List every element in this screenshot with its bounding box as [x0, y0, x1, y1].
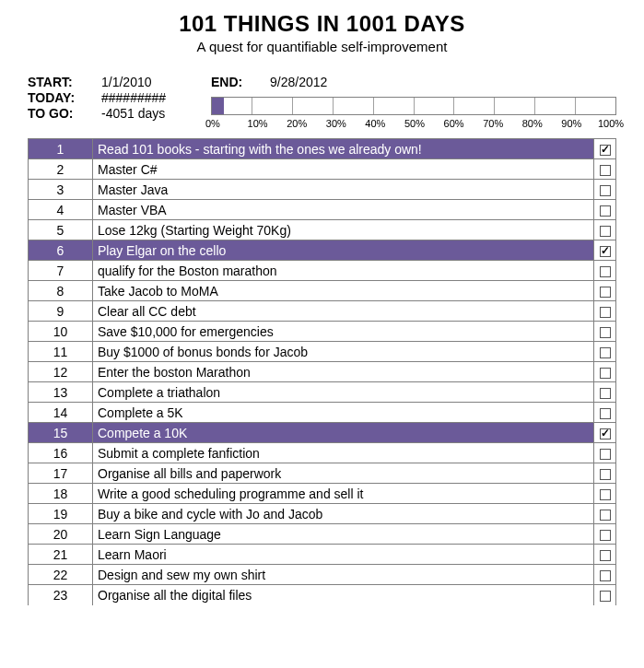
- table-row: 9Clear all CC debt: [29, 301, 616, 322]
- item-check-cell: [594, 403, 616, 423]
- item-check-cell: [594, 159, 616, 180]
- checkbox-icon[interactable]: [600, 530, 611, 541]
- progress-tick: 80%: [520, 118, 545, 129]
- item-text: Buy a bike and cycle with Jo and Jacob: [93, 504, 594, 524]
- item-check-cell: [594, 301, 616, 322]
- item-number: 1: [29, 139, 93, 159]
- progress-tick: 40%: [362, 118, 388, 129]
- checkbox-icon[interactable]: [600, 428, 611, 439]
- table-row: 20Learn Sign Language: [29, 524, 616, 545]
- item-number: 8: [29, 281, 93, 301]
- item-check-cell: [594, 504, 616, 524]
- table-row: 8Take Jacob to MoMA: [29, 281, 616, 301]
- checkbox-icon[interactable]: [600, 307, 611, 318]
- table-row: 18Write a good scheduling programme and …: [29, 484, 616, 504]
- item-check-cell: [594, 443, 616, 463]
- item-number: 10: [29, 322, 93, 342]
- today-value: #########: [92, 90, 166, 105]
- checkbox-icon[interactable]: [600, 510, 611, 521]
- checkbox-icon[interactable]: [600, 327, 611, 338]
- item-number: 12: [29, 362, 93, 382]
- checkbox-icon[interactable]: [600, 226, 611, 237]
- progress-tick: 0%: [205, 118, 231, 129]
- table-row: 16Submit a complete fanfiction: [29, 443, 616, 463]
- item-number: 18: [29, 484, 93, 504]
- checkbox-icon[interactable]: [600, 449, 611, 460]
- item-text: Write a good scheduling programme and se…: [93, 484, 594, 504]
- item-check-cell: [594, 382, 616, 403]
- item-number: 17: [29, 463, 93, 484]
- progress-tick: 10%: [245, 118, 271, 129]
- item-number: 15: [29, 423, 93, 443]
- item-check-cell: [594, 200, 616, 220]
- item-text: Complete a triathalon: [93, 382, 594, 403]
- checkbox-icon[interactable]: [600, 489, 611, 500]
- checkbox-icon[interactable]: [600, 469, 611, 480]
- item-number: 22: [29, 565, 93, 585]
- item-number: 9: [29, 301, 93, 322]
- item-text: Master C#: [93, 159, 594, 180]
- togo-value: -4051 days: [92, 106, 165, 121]
- item-check-cell: [594, 565, 616, 585]
- checkbox-icon[interactable]: [600, 408, 611, 419]
- item-text: Enter the boston Marathon: [93, 362, 594, 382]
- item-text: Play Elgar on the cello: [93, 240, 594, 261]
- item-check-cell: [594, 240, 616, 261]
- item-check-cell: [594, 362, 616, 382]
- progress-tick: 60%: [441, 118, 467, 129]
- togo-label: TO GO:: [28, 106, 92, 121]
- checkbox-icon[interactable]: [600, 368, 611, 379]
- checkbox-icon[interactable]: [600, 287, 611, 298]
- table-row: 21Learn Maori: [29, 545, 616, 565]
- table-row: 11Buy $1000 of bonus bonds for Jacob: [29, 342, 616, 362]
- progress-fill: [212, 98, 224, 114]
- checkbox-icon[interactable]: [600, 205, 611, 217]
- table-row: 1Read 101 books - starting with the ones…: [29, 139, 616, 159]
- item-check-cell: [594, 322, 616, 342]
- checkbox-icon[interactable]: [600, 570, 611, 581]
- table-row: 6Play Elgar on the cello: [29, 240, 616, 261]
- checkbox-icon[interactable]: [600, 347, 611, 358]
- table-row: 3Master Java: [29, 180, 616, 200]
- item-text: Clear all CC debt: [93, 301, 594, 322]
- table-row: 23Organise all the digital files: [29, 585, 616, 605]
- item-number: 23: [29, 585, 93, 605]
- checkbox-icon[interactable]: [600, 388, 611, 399]
- item-number: 19: [29, 504, 93, 524]
- table-row: 12Enter the boston Marathon: [29, 362, 616, 382]
- item-text: Master VBA: [93, 200, 594, 220]
- checkbox-icon[interactable]: [600, 165, 611, 176]
- checkbox-icon[interactable]: [600, 266, 611, 277]
- item-check-cell: [594, 281, 616, 301]
- item-number: 16: [29, 443, 93, 463]
- item-text: Save $10,000 for emergencies: [93, 322, 594, 342]
- item-check-cell: [594, 180, 616, 200]
- item-check-cell: [594, 585, 616, 605]
- end-value: 9/28/2012: [253, 75, 327, 89]
- page-title: 101 THINGS IN 1001 DAYS: [28, 11, 616, 37]
- table-row: 14Complete a 5K: [29, 403, 616, 423]
- progress-tick: 50%: [402, 118, 427, 129]
- item-check-cell: [594, 139, 616, 159]
- checkbox-icon[interactable]: [600, 145, 611, 156]
- table-row: 4Master VBA: [29, 200, 616, 220]
- item-number: 3: [29, 180, 93, 200]
- item-number: 21: [29, 545, 93, 565]
- item-text: Organise all the digital files: [93, 585, 594, 605]
- checkbox-icon[interactable]: [600, 185, 611, 196]
- item-text: Submit a complete fanfiction: [93, 443, 594, 463]
- item-text: Master Java: [93, 180, 594, 200]
- progress-tick: 90%: [558, 118, 584, 129]
- item-number: 11: [29, 342, 93, 362]
- progress-tick: 70%: [480, 118, 506, 129]
- item-check-cell: [594, 342, 616, 362]
- end-label: END:: [211, 75, 253, 89]
- checkbox-icon[interactable]: [600, 591, 611, 602]
- item-text: Learn Sign Language: [93, 524, 594, 545]
- checkbox-icon[interactable]: [600, 550, 611, 561]
- item-number: 6: [29, 240, 93, 261]
- table-row: 19Buy a bike and cycle with Jo and Jacob: [29, 504, 616, 524]
- start-value: 1/1/2010: [92, 75, 152, 89]
- table-row: 5Lose 12kg (Starting Weight 70Kg): [29, 220, 616, 240]
- checkbox-icon[interactable]: [600, 246, 611, 257]
